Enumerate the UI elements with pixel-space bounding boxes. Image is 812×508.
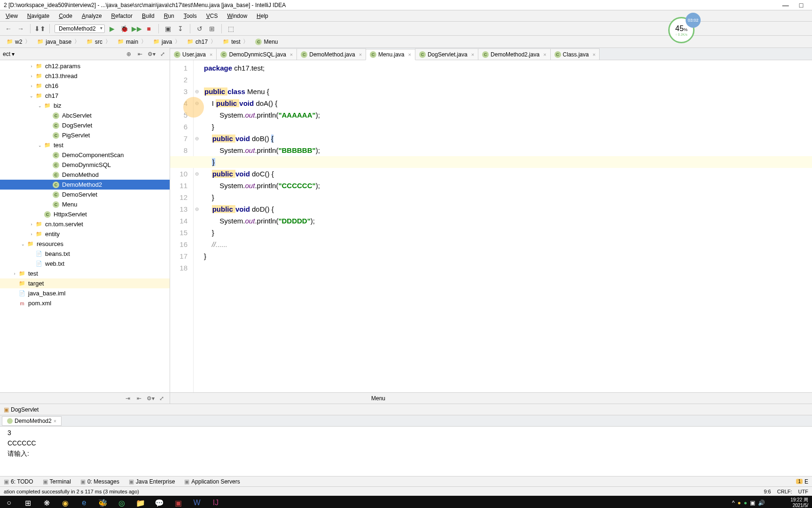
- cortana-icon[interactable]: ○: [2, 496, 16, 508]
- close-icon[interactable]: ×: [290, 52, 293, 57]
- close-icon[interactable]: ×: [54, 418, 56, 424]
- run-configuration-select[interactable]: DemoMethod2: [55, 24, 105, 33]
- app3-icon[interactable]: 🐝: [96, 496, 110, 508]
- collapse-icon[interactable]: ⇤: [136, 50, 144, 58]
- editor-tab-demomethod-java[interactable]: CDemoMethod.java×: [297, 48, 366, 60]
- breadcrumb-item[interactable]: 📁 w2〉: [4, 37, 34, 46]
- app4-icon[interactable]: ◎: [115, 496, 129, 508]
- menu-build[interactable]: Build: [138, 12, 158, 20]
- breadcrumb-item[interactable]: 📁 ch17〉: [184, 37, 220, 46]
- tool-3-icon[interactable]: ↺: [195, 24, 204, 33]
- app1-icon[interactable]: ❋: [39, 496, 54, 508]
- tree-item-web-txt[interactable]: 📄web.txt: [0, 259, 170, 269]
- tool-4-icon[interactable]: ⊞: [207, 24, 217, 33]
- tree-item-demomethod[interactable]: CDemoMethod: [0, 170, 170, 180]
- tool-window-application-servers[interactable]: ▣ Application Servers: [184, 478, 240, 485]
- breadcrumb-item[interactable]: 📁 main〉: [115, 37, 150, 46]
- tool-window-terminal[interactable]: ▣ Terminal: [43, 478, 71, 485]
- tray-up-icon[interactable]: ^: [732, 500, 735, 506]
- menu-tools[interactable]: Tools: [180, 12, 201, 20]
- wechat-icon[interactable]: 💬: [152, 496, 166, 508]
- tree-item-ch13-thread[interactable]: ›📁ch13.thread: [0, 71, 170, 81]
- debug-icon[interactable]: 🐞: [120, 24, 129, 33]
- minimize-icon[interactable]: —: [779, 1, 793, 9]
- menu-code[interactable]: Code: [55, 12, 76, 20]
- line-separator[interactable]: CRLF:: [777, 489, 792, 494]
- tree-item-menu[interactable]: CMenu: [0, 199, 170, 209]
- back-icon[interactable]: ←: [4, 24, 13, 33]
- fold-gutter[interactable]: ⊖⊖⊖⊖⊖⊖: [194, 60, 200, 392]
- forward-icon[interactable]: →: [16, 24, 25, 33]
- locate-icon[interactable]: ⊕: [125, 50, 133, 58]
- menu-view[interactable]: View: [2, 12, 22, 20]
- project-view-label[interactable]: ect ▾: [3, 51, 15, 57]
- expand-icon[interactable]: ⇥: [124, 395, 132, 402]
- tool-window-java-enterprise[interactable]: ▣ Java Enterprise: [129, 478, 175, 485]
- editor-tab-class-java[interactable]: CClass.java×: [550, 48, 600, 60]
- tree-item-ch17[interactable]: ⌄📁ch17: [0, 91, 170, 101]
- hide-icon[interactable]: ⤢: [158, 50, 167, 58]
- settings2-icon[interactable]: ⚙▾: [146, 395, 155, 402]
- breadcrumb-item[interactable]: 📁 src〉: [84, 37, 115, 46]
- close-icon[interactable]: ×: [471, 52, 474, 57]
- tool-window-6--todo[interactable]: ▣ 6: TODO: [4, 478, 33, 485]
- tree-item-test[interactable]: ›📁test: [0, 269, 170, 278]
- edge-icon[interactable]: e: [77, 496, 91, 508]
- tree-item-cn-tom-servlet[interactable]: ›📁cn.tom.servlet: [0, 219, 170, 229]
- tree-item-beans-txt[interactable]: 📄beans.txt: [0, 249, 170, 259]
- tree-item-democomponentscan[interactable]: CDemoComponentScan: [0, 150, 170, 160]
- tray-2-icon[interactable]: ●: [744, 500, 747, 506]
- tree-item-biz[interactable]: ⌄📁biz: [0, 101, 170, 111]
- tree-item-abcservlet[interactable]: CAbcServlet: [0, 111, 170, 120]
- tray-1-icon[interactable]: ●: [738, 500, 741, 506]
- stop-icon[interactable]: ■: [144, 24, 154, 33]
- build-icon[interactable]: ⬇⬆: [35, 24, 45, 33]
- network-monitor-widget[interactable]: 03:02 45% ↑ 0.2K/s: [668, 17, 695, 43]
- close-icon[interactable]: ×: [593, 52, 595, 57]
- run-icon[interactable]: ▶: [108, 24, 117, 33]
- close-icon[interactable]: ×: [210, 52, 212, 57]
- tree-item-pigservlet[interactable]: CPigServlet: [0, 130, 170, 140]
- tree-item-dogservlet[interactable]: CDogServlet: [0, 120, 170, 130]
- menu-help[interactable]: Help: [253, 12, 272, 20]
- collapse2-icon[interactable]: ⇤: [135, 395, 143, 402]
- tree-item-entity[interactable]: ›📁entity: [0, 229, 170, 239]
- tree-item-ch16[interactable]: ›📁ch16: [0, 81, 170, 91]
- close-icon[interactable]: ×: [408, 52, 411, 57]
- code-content[interactable]: package ch17.test;public class Menu { I …: [200, 60, 812, 392]
- tool-window-0--messages[interactable]: ▣ 0: Messages: [80, 478, 119, 485]
- editor-crumb-class[interactable]: Menu: [174, 395, 385, 402]
- app6-icon[interactable]: ▣: [171, 496, 185, 508]
- intellij-icon[interactable]: IJ: [209, 496, 223, 508]
- breadcrumb-item[interactable]: 📁 java〉: [150, 37, 184, 46]
- coverage-icon[interactable]: ▶▶: [132, 24, 141, 33]
- menu-window[interactable]: Window: [223, 12, 251, 20]
- tray-3-icon[interactable]: ▣: [750, 500, 755, 506]
- tree-item-httpxservlet[interactable]: CHttpxServlet: [0, 209, 170, 219]
- wps-icon[interactable]: W: [190, 496, 204, 508]
- settings-icon[interactable]: ⚙▾: [147, 50, 156, 58]
- tree-item-demomethod2[interactable]: CDemoMethod2: [0, 180, 170, 190]
- tree-item-test[interactable]: ⌄📁test: [0, 140, 170, 150]
- tool-2-icon[interactable]: ↧: [176, 24, 185, 33]
- menu-navigate[interactable]: Navigate: [23, 12, 53, 20]
- tree-item-ch12-params[interactable]: ›📁ch12.params: [0, 61, 170, 71]
- tree-item-demoservlet[interactable]: CDemoServlet: [0, 190, 170, 199]
- menu-refactor[interactable]: Refactor: [108, 12, 136, 20]
- taskbar-clock[interactable]: 19:22 周2021/5/: [790, 497, 808, 508]
- tree-item-target[interactable]: 📁target: [0, 278, 170, 288]
- console-output[interactable]: 3CCCCCC请输入:: [0, 427, 812, 476]
- cursor-position[interactable]: 9:6: [764, 489, 771, 494]
- menu-run[interactable]: Run: [160, 12, 178, 20]
- editor-tab-user-java[interactable]: CUser.java×: [170, 48, 217, 60]
- explorer-icon[interactable]: 📁: [133, 496, 148, 508]
- tree-item-demodynmicsql[interactable]: CDemoDynmicSQL: [0, 160, 170, 170]
- maximize-icon[interactable]: □: [794, 1, 808, 9]
- menu-vcs[interactable]: VCS: [203, 12, 222, 20]
- tray-sound-icon[interactable]: 🔊: [758, 500, 765, 506]
- chrome-icon[interactable]: ◉: [58, 496, 72, 508]
- run-tab[interactable]: DemoMethod2 ×: [2, 416, 62, 426]
- breadcrumb-item[interactable]: 📁 test〉: [220, 37, 252, 46]
- close-icon[interactable]: ×: [543, 52, 546, 57]
- project-tree[interactable]: ›📁ch12.params›📁ch13.thread›📁ch16⌄📁ch17⌄📁…: [0, 60, 170, 392]
